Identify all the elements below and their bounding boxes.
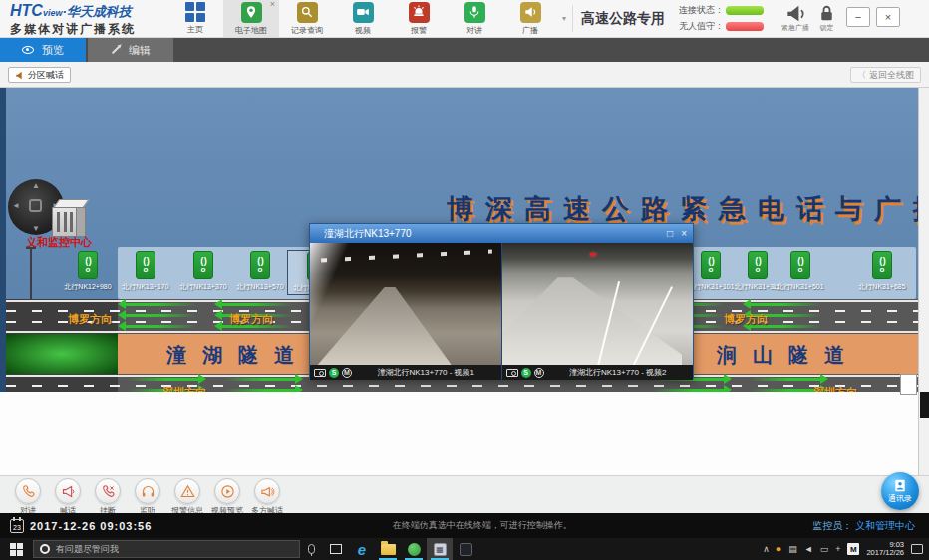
logo-subtitle: 多媒体对讲广播系统 — [10, 21, 159, 38]
menu-more-icon[interactable]: ▾ — [562, 14, 566, 23]
dark-app-button[interactable] — [453, 538, 478, 560]
tray-volume-icon[interactable]: ◄ — [804, 544, 813, 554]
station-label: 北行NK13+570 — [236, 282, 283, 292]
talk-button[interactable]: 对讲 — [8, 478, 48, 516]
tray-chevron-icon[interactable]: ∧ — [763, 544, 770, 554]
emergency-phone-icon: ( ) o — [701, 251, 721, 279]
alarm-info-button[interactable]: 报警信息 — [167, 478, 207, 516]
operator-info: 监控员： 义和管理中心 — [812, 519, 915, 533]
stream-m-badge[interactable]: M — [534, 368, 544, 378]
snapshot-icon[interactable] — [314, 369, 326, 377]
menu-home[interactable]: 主页 — [167, 0, 223, 37]
popup-maximize-icon[interactable]: □ — [667, 229, 673, 239]
home-icon — [185, 2, 205, 22]
stream-s-badge[interactable]: S — [521, 368, 531, 378]
operator-name-link[interactable]: 义和管理中心 — [855, 520, 915, 531]
video-preview-button[interactable]: 视频预览 — [207, 478, 247, 516]
task-view-button[interactable] — [323, 538, 349, 560]
video-pane-1[interactable]: S M 潼湖北行NK13+770 - 视频1 — [310, 243, 501, 380]
menu-records[interactable]: 记录查询 — [279, 0, 335, 37]
magnifier-icon — [297, 2, 318, 23]
tab-preview[interactable]: 预览 — [0, 38, 86, 62]
search-placeholder: 有问题尽管问我 — [56, 543, 119, 556]
phone-station[interactable]: ( ) o 北行NK13+370 — [173, 250, 233, 293]
menu-intercom[interactable]: 对讲 — [447, 0, 502, 37]
edge-icon: e — [358, 542, 366, 557]
phone-station[interactable]: ( ) o 北行NK13+170 — [116, 250, 175, 293]
status-bar: 23 2017-12-26 09:03:56 在终端仿真选中在线终端，可进行控制… — [0, 513, 929, 538]
menu-broadcast[interactable]: 广播 — [502, 0, 558, 37]
green-app-icon — [408, 543, 421, 556]
ptz-center-icon[interactable] — [29, 199, 42, 212]
station-label: 北行NK13+370 — [179, 282, 226, 292]
monitor-button[interactable]: 监听 — [128, 478, 167, 516]
menu-video[interactable]: 视频 — [335, 0, 391, 37]
phone-station[interactable]: ( ) o 北行NK31+685 — [852, 250, 912, 293]
task-view-icon — [330, 544, 342, 554]
close-button[interactable]: × — [876, 7, 900, 27]
stream-m-badge[interactable]: M — [342, 368, 352, 378]
emergency-phone-icon: ( ) o — [136, 251, 155, 279]
input-method-icon[interactable]: M — [847, 543, 859, 555]
phone-station[interactable]: ( ) o 北行NK12+980 — [58, 250, 118, 293]
scroll-corner-box[interactable] — [900, 374, 917, 395]
multi-shout-button[interactable]: 多方喊话 — [247, 478, 287, 516]
active-app-button[interactable]: ▦ — [427, 538, 453, 560]
menu-emap[interactable]: × 电子地图 — [223, 0, 279, 37]
tunnel-road-surface — [318, 287, 452, 365]
ptz-down-icon[interactable]: ▼ — [32, 224, 40, 233]
lock-icon — [819, 5, 834, 22]
eye-icon — [22, 46, 34, 54]
vertical-scrollbar[interactable] — [918, 88, 929, 475]
control-center-building-icon[interactable] — [52, 199, 88, 239]
phone-station[interactable]: ( ) o 北行NK13+570 — [230, 250, 290, 293]
close-tab-icon[interactable]: × — [270, 0, 275, 9]
operator-label: 监控员： — [812, 520, 852, 531]
tray-status-dot-icon[interactable]: ● — [776, 544, 781, 554]
video-popup-window[interactable]: 潼湖北行NK13+770 □ × S M 潼湖北行NK13+770 - 视频1 — [309, 223, 694, 379]
tray-plus-icon[interactable]: + — [835, 544, 840, 554]
shout-button[interactable]: 喊话 — [48, 478, 88, 516]
separator — [572, 5, 573, 32]
calendar-icon: 23 — [10, 519, 24, 533]
lock-button[interactable]: 锁定 — [819, 5, 834, 33]
emergency-phone-icon: ( ) o — [872, 251, 892, 279]
folder-icon — [381, 544, 396, 555]
popup-titlebar[interactable]: 潼湖北行NK13+770 □ × — [310, 224, 693, 243]
emergency-broadcast-button[interactable]: 紧急广播 — [781, 5, 809, 33]
station-label: 北行NK31+685 — [858, 282, 905, 292]
taskbar-clock[interactable]: 9:03 2017/12/26 — [866, 541, 904, 558]
stream-s-badge[interactable]: S — [329, 368, 339, 378]
tab-edit[interactable]: 编辑 — [88, 38, 173, 62]
popup-close-icon[interactable]: × — [681, 229, 687, 239]
start-button[interactable] — [10, 543, 23, 556]
notification-center-icon[interactable] — [911, 544, 923, 554]
zone-call-button[interactable]: 分区喊话 — [8, 67, 71, 83]
hangup-button[interactable]: 挂断 — [88, 478, 128, 516]
tunnel-portal-green — [6, 334, 118, 374]
app-window: HTCview·华天成科技 多媒体对讲广播系统 主页 × 电子地图 记录查询 — [0, 0, 929, 560]
top-toolbar: HTCview·华天成科技 多媒体对讲广播系统 主页 × 电子地图 记录查询 — [0, 0, 929, 38]
back-to-fullmap-button[interactable]: 〈 返回全线图 — [850, 67, 921, 83]
video-caption: 潼湖北行NK13+770 - 视频1 — [355, 367, 497, 378]
tray-display-icon[interactable]: ▭ — [820, 544, 829, 554]
tunnel-camera-feed-2 — [502, 243, 694, 365]
file-explorer-button[interactable] — [375, 538, 401, 560]
edge-button[interactable]: e — [349, 538, 375, 560]
station-label: 北行NK12+980 — [64, 282, 111, 292]
popup-title: 潼湖北行NK13+770 — [316, 227, 659, 241]
contacts-button[interactable]: 通讯录 — [881, 472, 919, 510]
logo-htc: HTC — [10, 2, 43, 19]
ptz-left-icon[interactable]: ◄ — [12, 201, 20, 210]
taskbar-search[interactable]: 有问题尽管问我 — [33, 540, 300, 558]
mic-tray-icon[interactable] — [308, 544, 315, 554]
minimize-button[interactable]: − — [846, 7, 870, 27]
video-pane-2[interactable]: S M 潼湖北行NK13+770 - 视频2 — [502, 243, 694, 380]
phone-station[interactable]: ( ) o 北行NK31+501 — [771, 250, 830, 293]
green-app-button[interactable] — [401, 538, 427, 560]
tray-network-icon[interactable]: ▤ — [788, 544, 797, 554]
snapshot-icon[interactable] — [506, 369, 518, 377]
ptz-up-icon[interactable]: ▲ — [32, 181, 40, 190]
scrollbar-thumb[interactable] — [920, 392, 929, 418]
menu-alarm[interactable]: 报警 — [391, 0, 447, 37]
